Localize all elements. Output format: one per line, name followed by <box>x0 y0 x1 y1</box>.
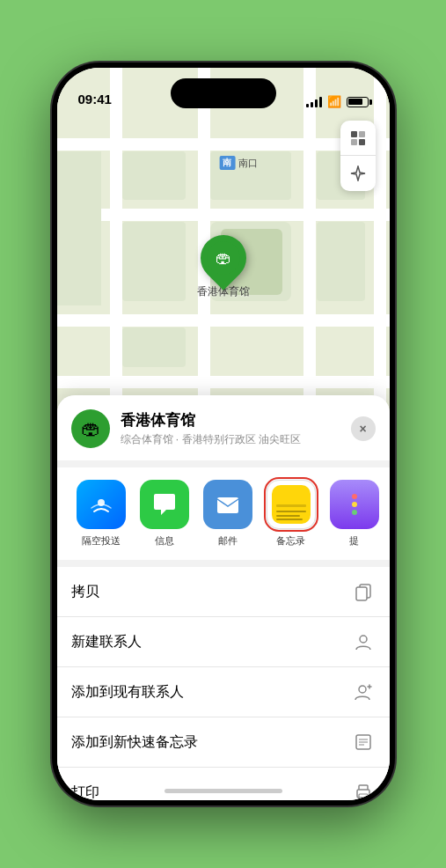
venue-subtitle: 综合体育馆 · 香港特别行政区 油尖旺区 <box>121 432 340 447</box>
action-add-existing[interactable]: 添加到现有联系人 <box>57 667 390 717</box>
action-new-contact[interactable]: 新建联系人 <box>57 617 390 667</box>
person-plus-icon <box>351 680 376 704</box>
airdrop-icon <box>77 480 126 529</box>
battery-icon <box>347 97 369 107</box>
share-row: 隔空投送 信息 <box>57 467 390 560</box>
share-message[interactable]: 信息 <box>133 480 196 548</box>
notes-label: 备忘录 <box>276 534 305 548</box>
phone-screen: 09:41 📶 <box>57 68 390 800</box>
action-print[interactable]: 打印 <box>57 768 390 800</box>
copy-icon <box>351 579 376 604</box>
status-icons: 📶 <box>306 95 369 108</box>
more-label: 提 <box>349 534 359 548</box>
mail-label: 邮件 <box>218 534 238 548</box>
share-airdrop[interactable]: 隔空投送 <box>69 480 133 548</box>
print-label: 打印 <box>71 783 99 801</box>
message-label: 信息 <box>155 534 174 548</box>
printer-icon <box>351 780 376 800</box>
action-list: 拷贝 新建联系人 <box>57 567 390 800</box>
svg-rect-7 <box>356 587 367 600</box>
status-time: 09:41 <box>78 92 112 108</box>
svg-rect-3 <box>359 139 365 145</box>
signal-icon <box>306 97 322 107</box>
mail-icon <box>203 480 252 529</box>
venue-info: 香港体育馆 综合体育馆 · 香港特别行政区 油尖旺区 <box>121 410 340 447</box>
message-icon <box>140 480 189 529</box>
new-contact-label: 新建联系人 <box>71 633 142 651</box>
south-gate-label: 南 南口 <box>219 156 258 170</box>
dynamic-island <box>171 78 276 108</box>
svg-rect-17 <box>359 794 368 799</box>
home-indicator <box>165 789 282 793</box>
phone-frame: 09:41 📶 <box>52 63 395 805</box>
svg-point-8 <box>360 636 367 643</box>
svg-rect-0 <box>351 131 357 137</box>
share-notes[interactable]: 备忘录 <box>260 480 323 548</box>
venue-name: 香港体育馆 <box>121 410 340 430</box>
venue-header: 🏟 香港体育馆 综合体育馆 · 香港特别行政区 油尖旺区 × <box>57 395 390 460</box>
copy-label: 拷贝 <box>71 583 99 601</box>
wifi-icon: 📶 <box>327 95 341 108</box>
person-add-icon <box>351 629 376 654</box>
venue-marker: 🏟 香港体育馆 <box>197 235 250 299</box>
svg-point-9 <box>359 686 366 693</box>
share-more[interactable]: 提 <box>323 480 386 548</box>
note-icon <box>351 730 376 754</box>
svg-rect-5 <box>217 497 238 513</box>
location-button[interactable] <box>340 156 376 191</box>
map-controls[interactable] <box>340 121 376 191</box>
share-mail[interactable]: 邮件 <box>196 480 260 548</box>
svg-rect-2 <box>351 139 357 145</box>
close-button[interactable]: × <box>351 416 376 441</box>
svg-rect-1 <box>359 131 365 137</box>
venue-logo: 🏟 <box>71 409 110 448</box>
add-existing-label: 添加到现有联系人 <box>71 683 184 702</box>
notes-icon <box>267 480 316 529</box>
more-icon <box>330 480 379 529</box>
quick-note-label: 添加到新快速备忘录 <box>71 733 198 752</box>
bottom-sheet: 🏟 香港体育馆 综合体育馆 · 香港特别行政区 油尖旺区 × <box>57 395 390 800</box>
airdrop-label: 隔空投送 <box>82 534 121 548</box>
action-quick-note[interactable]: 添加到新快速备忘录 <box>57 717 390 768</box>
map-type-button[interactable] <box>340 121 376 156</box>
action-copy[interactable]: 拷贝 <box>57 567 390 617</box>
